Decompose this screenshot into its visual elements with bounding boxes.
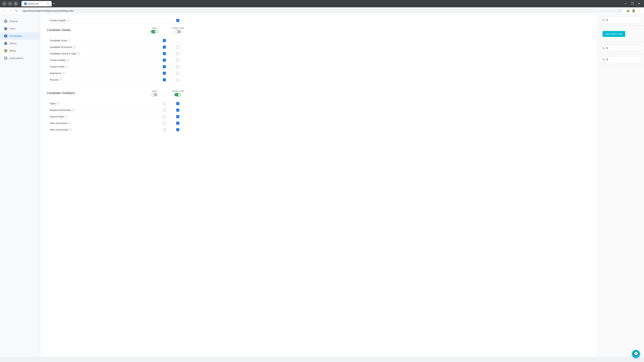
info-icon[interactable]: ?	[73, 46, 76, 48]
sidebar-label-general: General	[10, 20, 18, 23]
menu-button[interactable]: ⋮	[637, 8, 642, 13]
info-icon[interactable]: ?	[66, 59, 69, 61]
browser-tab[interactable]: B Breezy HR ✕	[22, 1, 52, 6]
position-details-row: Position Details ?	[47, 17, 184, 23]
candidate-feedback-view-toggle[interactable]	[151, 93, 158, 96]
sidebar-item-teams[interactable]: 👥 Teams	[0, 40, 40, 47]
new-tab-button[interactable]: +	[52, 1, 56, 6]
forward-button[interactable]: →	[8, 1, 12, 6]
position-details-view-cell	[171, 19, 184, 22]
search-box-3[interactable]: 🔍 ⧉	[600, 56, 641, 62]
view-checkbox[interactable]	[163, 65, 166, 68]
incognito-button[interactable]: 🕵	[632, 8, 636, 13]
chat-bubble[interactable]: 💬	[632, 350, 640, 357]
edit-checkbox[interactable]	[176, 78, 179, 81]
search-box-1[interactable]: 🔍 ⧉	[600, 17, 641, 23]
copy-icon-1: ⧉	[606, 18, 608, 21]
nav-back-btn[interactable]: ‹	[2, 8, 7, 13]
candidate-details-title: Candidate Details	[47, 28, 71, 32]
minimize-button[interactable]: —	[622, 1, 629, 6]
tab-close-button[interactable]: ✕	[47, 2, 49, 5]
info-icon[interactable]: ?	[62, 72, 65, 75]
edit-checkbox[interactable]	[176, 72, 179, 75]
address-bar[interactable]: app.breezy.hr/app/c/moodjoy/company/sett…	[20, 8, 623, 13]
info-icon[interactable]: ?	[68, 39, 71, 42]
candidate-details-edit-toggle[interactable]	[174, 30, 181, 33]
refresh-button[interactable]: ↻	[14, 1, 18, 6]
info-icon[interactable]: ?	[59, 78, 62, 81]
copy-icon-2: ⧉	[606, 46, 608, 49]
view-checkbox[interactable]	[163, 45, 166, 49]
edit-checkbox-cell	[171, 52, 184, 55]
edit-checkbox[interactable]	[176, 65, 179, 68]
close-button[interactable]: ✕	[636, 1, 642, 6]
nav-refresh-btn[interactable]: ↻	[14, 8, 19, 13]
permission-label: Request Scorecards ?	[47, 109, 158, 111]
table-row: Resume ?	[47, 77, 184, 83]
view-checkbox[interactable]	[163, 39, 166, 42]
teams-icon: 👥	[4, 42, 8, 45]
edit-checkbox[interactable]	[176, 109, 179, 112]
edit-checkbox-cell	[171, 45, 184, 49]
candidate-details-view-toggle[interactable]	[151, 30, 158, 33]
add-position-role-button[interactable]: Add Position Role	[602, 31, 625, 37]
incognito-icon: 🕵	[632, 9, 636, 12]
view-checkbox[interactable]	[163, 59, 166, 62]
bookmark-icon[interactable]: ☆	[618, 9, 620, 12]
edit-checkbox[interactable]	[176, 59, 179, 62]
info-icon[interactable]: ?	[57, 102, 60, 105]
info-icon[interactable]: ?	[68, 122, 71, 124]
address-bar-row: ‹ › ↻ app.breezy.hr/app/c/moodjoy/compan…	[0, 7, 644, 14]
permission-label: Team Discussion ?	[47, 122, 158, 124]
view-checkbox[interactable]	[163, 52, 166, 55]
candidate-feedback-controls: View Create / Edit	[148, 90, 184, 96]
permission-label: Candidate Source & Tags ?	[47, 52, 158, 55]
view-checkbox-cell	[158, 122, 171, 125]
nav-forward-btn[interactable]: ›	[8, 8, 13, 13]
table-row: Request Scorecards ?	[47, 107, 184, 113]
view-checkbox[interactable]	[163, 102, 166, 105]
copy-icon-3: ⧉	[606, 58, 608, 61]
edit-checkbox[interactable]	[176, 128, 179, 131]
content-area: Position Details ? Candidate Details Vie…	[40, 14, 191, 143]
info-icon[interactable]: ?	[72, 109, 75, 111]
sidebar-item-users[interactable]: 👤 Users	[0, 25, 40, 32]
view-checkbox[interactable]	[163, 128, 166, 131]
view-checkbox[interactable]	[163, 122, 166, 125]
sidebar-label-permissions: Permissions	[10, 35, 22, 37]
feedback-view-col-header: View	[148, 90, 161, 92]
table-row: Candidate Scorecard ?	[47, 44, 184, 50]
edit-checkbox-cell	[171, 109, 184, 112]
edit-checkbox[interactable]	[176, 52, 179, 55]
edit-checkbox[interactable]	[176, 122, 179, 125]
info-icon[interactable]: ?	[65, 115, 68, 118]
edit-checkbox[interactable]	[176, 45, 179, 49]
extensions-button[interactable]: 🧩	[626, 8, 630, 13]
right-panel-search-2: 🔍 ⧉	[597, 42, 644, 54]
position-details-view-checkbox[interactable]	[176, 19, 179, 22]
table-row: Candidate Score ?	[47, 37, 184, 44]
view-checkbox[interactable]	[163, 115, 166, 118]
edit-checkbox[interactable]	[176, 102, 179, 105]
app-layout: ⚙ General 👤 Users 🔒 Permissions 👥 Teams …	[0, 14, 644, 357]
info-icon[interactable]: ?	[69, 128, 72, 131]
permission-label: Experience ?	[47, 72, 158, 75]
sidebar-item-subscriptions[interactable]: 📋 Subscriptions	[0, 54, 40, 62]
sidebar-item-billing[interactable]: 💳 Billing	[0, 47, 40, 54]
edit-checkbox-cell	[171, 128, 184, 131]
search-box-2[interactable]: 🔍 ⧉	[600, 45, 641, 51]
back-button[interactable]: ←	[2, 1, 7, 6]
view-checkbox[interactable]	[163, 72, 166, 75]
info-icon[interactable]: ?	[66, 65, 68, 68]
view-checkbox[interactable]	[163, 78, 166, 81]
view-checkbox[interactable]	[163, 109, 166, 112]
sidebar-item-general[interactable]: ⚙ General	[0, 17, 40, 25]
info-icon[interactable]: ?	[77, 52, 80, 55]
table-row: Notes ?	[47, 100, 184, 107]
restore-button[interactable]: ❐	[630, 1, 636, 6]
candidate-feedback-edit-toggle[interactable]	[174, 93, 181, 96]
window-controls: — ❐ ✕	[622, 1, 642, 6]
position-details-info-icon[interactable]: ?	[67, 19, 70, 22]
sidebar-item-permissions[interactable]: 🔒 Permissions	[0, 32, 40, 40]
edit-checkbox[interactable]	[176, 115, 179, 118]
